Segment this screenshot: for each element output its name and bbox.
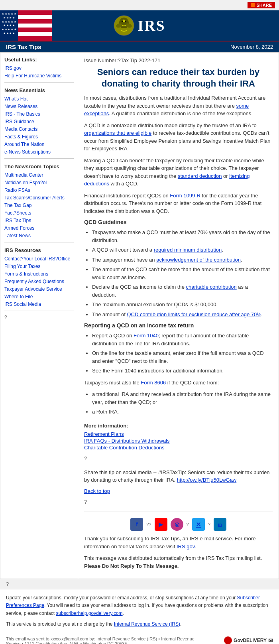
sidebar-item-tax-gap[interactable]: The Tax Gap <box>4 202 74 209</box>
govdelivery-name: GovDELIVERY <box>234 638 267 643</box>
sub-text2: . You will need to use your email addres… <box>6 603 268 616</box>
social-question-1: ?? <box>146 522 151 527</box>
sidebar-item-irs-tax-tips[interactable]: IRS Tax Tips <box>4 217 74 224</box>
main-container: Useful Links: IRS.gov Help For Hurricane… <box>0 52 279 579</box>
sidebar-item-filing[interactable]: Filing Your Taxes <box>4 263 74 270</box>
link-charitable-deductions[interactable]: Charitable Contribution Deductions <box>84 445 273 451</box>
footer-irsgov-link[interactable]: IRS.gov <box>177 544 195 549</box>
sidebar-item-around-nation[interactable]: Around The Nation <box>4 141 74 148</box>
share-button[interactable]: SHARE <box>248 2 275 8</box>
link-acknowledgement[interactable]: acknowledgement of the contribution <box>156 257 241 263</box>
subscriberhelp-link[interactable]: subscriberhelp.govdelivery.com <box>56 611 122 616</box>
question-mark-2: ? <box>84 498 273 506</box>
bullet7-end: . <box>261 311 263 317</box>
sidebar-item-irs-basics[interactable]: IRS - The Basics <box>4 111 74 117</box>
divider-2 <box>4 158 74 159</box>
facebook-icon[interactable]: f <box>130 518 143 531</box>
sidebar-item-irsgov[interactable]: IRS.gov <box>4 65 74 71</box>
form8606-text-start: Taxpayers must also file <box>84 380 141 386</box>
sidebar-item-media-contacts[interactable]: Media Contacts <box>4 126 74 132</box>
para3-mid: or <box>222 173 229 179</box>
social-question-2: ? <box>187 522 189 527</box>
sidebar-item-taxpayer-advocate[interactable]: Taxpayer Advocate Service <box>4 286 74 292</box>
link-retirement-plans[interactable]: Retirement Plans <box>84 431 273 437</box>
list-item: See the Form 1040 instructions for addit… <box>92 367 273 375</box>
article-content: Issue Number:​?Tax Tip 2022-171 Seniors … <box>78 53 279 579</box>
divider-1 <box>4 82 74 83</box>
para3-link-standard[interactable]: standard deduction <box>178 173 222 179</box>
guidelines-list: Taxpayers who make a QCD must be at leas… <box>92 228 273 318</box>
form8606-intro: Taxpayers must also file Form 8606 if th… <box>84 379 273 387</box>
more-info-section: More information: Retirement Plans IRA F… <box>84 422 273 451</box>
sidebar-item-contact[interactable]: Contact?Your Local IRS?Office <box>4 256 74 262</box>
link-form1040[interactable]: Form 1040 <box>134 333 159 339</box>
footer-note-text1: Thank you for subscribing to IRS Tax Tip… <box>84 536 255 549</box>
issue-number: Issue Number:​?Tax Tip 2022-171 <box>84 57 273 63</box>
sidebar-item-whats-hot[interactable]: What's Hot <box>4 96 74 102</box>
sidebar-item-latest-news[interactable]: Latest News <box>4 232 74 239</box>
sidebar-item-news-releases[interactable]: News Releases <box>4 103 74 110</box>
para2-link-eligible[interactable]: organizations that are eligible <box>84 130 151 136</box>
sidebar-item-enews[interactable]: e-News Subscriptions <box>4 149 74 155</box>
paragraph-3: Making a QCD can benefit the taxpayer by… <box>84 157 273 188</box>
logo-area: IRS <box>0 10 279 41</box>
list-item: Taxpayers who make a QCD must be at leas… <box>92 228 273 244</box>
svg-rect-7 <box>122 28 126 30</box>
sidebar-item-multimedia[interactable]: Multimedia Center <box>4 172 74 178</box>
twitter-icon[interactable]: ✕ <box>192 518 205 531</box>
banner-title: IRS Tax Tips <box>6 43 41 50</box>
irs-name: IRS <box>138 17 165 34</box>
para4-link-form1099r[interactable]: Form 1099-R <box>170 193 200 199</box>
sidebar-question-mark: ? <box>4 315 7 320</box>
article-title: Seniors can reduce their tax burden by d… <box>84 67 273 89</box>
envelope-icon: ✉ <box>268 637 273 644</box>
form8606-list: a traditional IRA and they received a di… <box>92 390 273 416</box>
sidebar-item-hurricane[interactable]: Help For Hurricane Victims <box>4 73 74 79</box>
paragraph-4: Financial institutions report QCDs on Fo… <box>84 192 273 215</box>
link-charitable[interactable]: charitable contribution <box>186 284 237 290</box>
back-to-top-link[interactable]: Back to top <box>84 488 110 494</box>
list-item: Declare the QCD as income to claim the c… <box>92 283 273 299</box>
footer-note-text2: . <box>195 544 196 549</box>
sidebar-item-social-media[interactable]: IRS Social Media <box>4 301 74 307</box>
footer-note-bold: Please Do Not Reply To This Message. <box>84 563 179 569</box>
link-form8606[interactable]: Form 8606 <box>141 380 166 386</box>
sidebar-item-tax-scams[interactable]: Tax Scams/Consumer Alerts <box>4 195 74 201</box>
bullet5-start: Declare the QCD as income to claim the <box>92 284 186 290</box>
share-tip-link[interactable]: http://ow.ly/BTju50LwGaw <box>177 477 237 483</box>
reporting-heading: Reporting a QCD on an income tax return <box>84 322 273 329</box>
bullet2-start: A QCD will count toward a <box>92 247 154 253</box>
list-item: A QCD will count toward a required minim… <box>92 246 273 254</box>
sidebar-item-facts-figures[interactable]: Facts & Figures <box>4 134 74 140</box>
list-item: The taxpayer must have an acknowledgemen… <box>92 256 273 264</box>
bullet3-start: The taxpayer must have an <box>92 257 156 263</box>
link-qcd-limits[interactable]: QCD contribution limits for exclusion re… <box>127 311 261 317</box>
sidebar-item-irs-guidance[interactable]: IRS Guidance <box>4 118 74 125</box>
sidebar-item-fact-sheets[interactable]: Fact?Sheets <box>4 210 74 216</box>
link-ira-faqs[interactable]: IRA FAQs - Distributions Withdrawals <box>84 438 273 444</box>
reporting-list: Report a QCD on Form 1040; report the fu… <box>92 332 273 375</box>
irs-link[interactable]: Internal Revenue Service (IRS) <box>114 621 180 627</box>
news-essentials-heading: News Essentials <box>4 87 74 93</box>
question-row: ? <box>0 579 279 589</box>
sidebar-item-forms[interactable]: Forms & Instructions <box>4 271 74 277</box>
sidebar-item-faq[interactable]: Frequently Asked Questions <box>4 278 74 285</box>
linkedin-icon[interactable]: in <box>214 518 226 531</box>
email-footer: This email was sent to xxxxxx@gmail.com … <box>0 633 279 644</box>
paragraph-1: In most cases, distributions from a trad… <box>84 94 273 118</box>
social-icons-row: f ?? ▶ ◎ ? ✕ ? in <box>84 518 273 531</box>
bullet2-end: . <box>222 247 223 253</box>
sidebar-item-where-to-file[interactable]: Where to File <box>4 293 74 300</box>
link-rmd[interactable]: required minimum distribution <box>154 247 222 253</box>
sidebar-item-armed-forces[interactable]: Armed Forces <box>4 225 74 231</box>
sidebar-item-radio-psas[interactable]: Radio PSAs <box>4 187 74 193</box>
para3-end: with a QCD. <box>109 181 139 187</box>
instagram-icon[interactable]: ◎ <box>171 518 183 531</box>
bullet7-start: The amount of <box>92 311 127 317</box>
subscription-text: Update your subscriptions, modify your p… <box>6 594 273 617</box>
svg-point-4 <box>125 21 126 22</box>
youtube-icon[interactable]: ▶ <box>155 518 167 531</box>
sidebar-item-noticias[interactable]: Noticias en Espa?ol <box>4 179 74 186</box>
irs-resources-heading: IRS Resources <box>4 247 74 253</box>
sub-text4: This service is provided to you at no ch… <box>6 621 114 627</box>
